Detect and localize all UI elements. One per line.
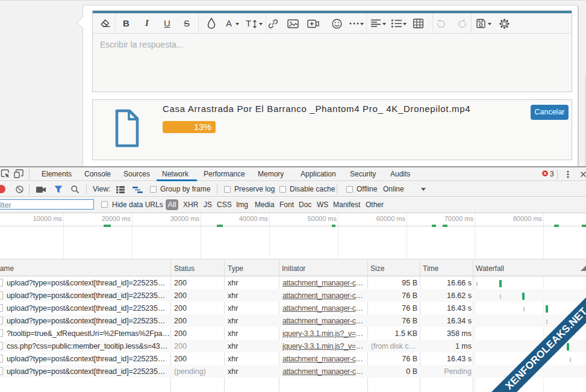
svg-text:XENFOROLEAKS.NET: XENFOROLEAKS.NET (503, 305, 586, 392)
